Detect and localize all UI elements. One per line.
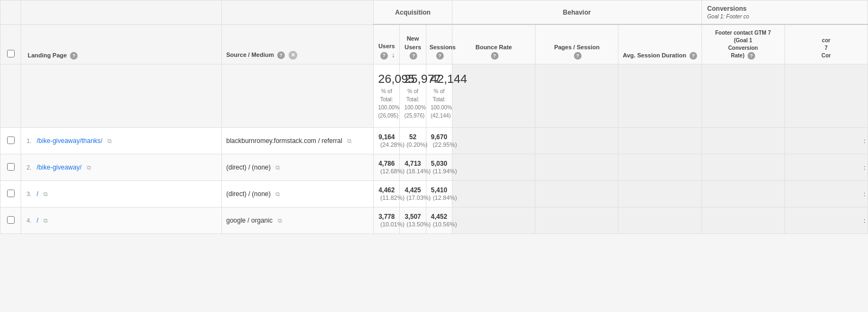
users-cell: 4,786 (12.68%) [374, 154, 400, 181]
users-cell: 9,164 (24.28%) [374, 128, 400, 154]
row-checkbox[interactable] [7, 163, 15, 171]
totals-users-pct: % of Total: 100.00% (26,095) [378, 87, 395, 120]
totals-landing-cell [21, 64, 222, 128]
footer-contact-cell [701, 154, 784, 181]
footer-contact-help-icon[interactable]: ? [748, 52, 755, 60]
copy-source-icon[interactable]: ⧉ [276, 191, 280, 198]
table-row: 2. /bike-giveaway/ ⧉ (direct) / (none) ⧉… [1, 154, 868, 181]
new-users-pct: (18.14%) [406, 168, 431, 174]
pages-session-cell [535, 181, 618, 207]
row-checkbox[interactable] [7, 216, 15, 224]
row-checkbox-cell[interactable] [1, 181, 21, 207]
column-headers: Landing Page ? Source / Medium ? ✕ Users… [1, 24, 868, 64]
source-medium-help-icon[interactable]: ? [277, 51, 285, 59]
landing-page-header-label: Landing Page [28, 52, 67, 58]
users-header[interactable]: Users ? ↓ [374, 24, 400, 64]
totals-users-cell: 26,095 % of Total: 100.00% (26,095) [374, 64, 400, 128]
users-help-icon[interactable]: ? [380, 52, 388, 60]
source-medium-header: Source / Medium ? ✕ [222, 24, 374, 64]
sessions-header[interactable]: Sessions ? [426, 24, 452, 64]
landing-page-cell: 1. /bike-giveaway/thanks/ ⧉ [21, 128, 222, 154]
behavior-header: Behavior [452, 1, 702, 25]
landing-col-group [21, 1, 222, 25]
totals-new-users-value: 25,977 [404, 72, 421, 86]
sessions-value: 5,030 [431, 160, 447, 167]
footer-contact-cell [701, 128, 784, 154]
bounce-rate-cell [452, 207, 535, 234]
pages-session-cell [535, 207, 618, 234]
users-pct: (11.82%) [380, 194, 405, 201]
new-users-pct: (13.50%) [406, 221, 431, 227]
bounce-rate-help-icon[interactable]: ? [491, 52, 499, 60]
pages-session-header-label: Pages / Session [554, 44, 599, 50]
copy-source-icon[interactable]: ⧉ [347, 138, 352, 145]
cor-cell: : [784, 207, 867, 234]
landing-page-link[interactable]: / [37, 190, 39, 198]
pages-session-header[interactable]: Pages / Session ? [535, 24, 618, 64]
cor-header[interactable]: cor7Cor [784, 24, 867, 64]
row-checkbox-cell[interactable] [1, 154, 21, 181]
avg-session-header[interactable]: Avg. Session Duration ? [618, 24, 701, 64]
users-cell: 3,778 (10.01%) [374, 207, 400, 234]
select-all-header[interactable] [1, 24, 21, 64]
totals-avg-cell [618, 64, 701, 128]
avg-session-help-icon[interactable]: ? [690, 52, 697, 60]
new-users-value: 52 [409, 133, 416, 141]
users-cell: 4,462 (11.82%) [374, 181, 400, 207]
cor-cell: : [784, 154, 867, 181]
landing-page-help-icon[interactable]: ? [70, 52, 78, 60]
totals-sessions-value: 42,144 [431, 72, 448, 86]
conversions-label: Conversions [707, 5, 862, 12]
row-checkbox[interactable] [7, 190, 15, 197]
row-checkbox-cell[interactable] [1, 128, 21, 154]
landing-page-link[interactable]: /bike-giveaway/ [37, 164, 82, 171]
acquisition-header: Acquisition [374, 1, 452, 25]
footer-contact-header[interactable]: Footer contact GTM 7(Goal 1ConversionRat… [701, 24, 784, 64]
users-header-label: Users [378, 43, 395, 49]
new-users-value: 4,425 [405, 186, 421, 194]
landing-page-cell: 2. /bike-giveaway/ ⧉ [21, 154, 222, 181]
copy-source-icon[interactable]: ⧉ [278, 217, 282, 224]
source-medium-cell: google / organic ⧉ [222, 207, 374, 234]
pages-session-help-icon[interactable]: ? [574, 52, 582, 60]
new-users-pct: (17.03%) [406, 194, 431, 201]
sessions-pct: (22.95%) [433, 141, 457, 148]
row-checkbox[interactable] [7, 136, 15, 144]
sessions-pct: (10.56%) [433, 221, 457, 227]
source-medium-header-label: Source / Medium [226, 51, 274, 58]
check-col-header [1, 1, 21, 25]
copy-icon[interactable]: ⧉ [43, 191, 48, 198]
landing-page-header: Landing Page ? [21, 24, 222, 64]
source-medium-close-icon[interactable]: ✕ [289, 51, 297, 60]
new-users-value: 4,713 [405, 160, 421, 167]
table-row: 3. / ⧉ (direct) / (none) ⧉ 4,462 (11.82%… [1, 181, 868, 207]
landing-page-cell: 3. / ⧉ [21, 181, 222, 207]
row-number: 4. [27, 217, 31, 224]
new-users-pct: (0.20%) [406, 141, 427, 148]
copy-source-icon[interactable]: ⧉ [276, 164, 280, 171]
landing-page-link[interactable]: /bike-giveaway/thanks/ [37, 137, 103, 145]
landing-page-link[interactable]: / [37, 217, 39, 224]
new-users-header[interactable]: New Users ? [400, 24, 426, 64]
totals-source-cell [222, 64, 374, 128]
section-headers: Acquisition Behavior Conversions Goal 1:… [1, 1, 868, 25]
copy-icon[interactable]: ⧉ [107, 138, 112, 145]
totals-row: 26,095 % of Total: 100.00% (26,095) 25,9… [1, 64, 868, 128]
footer-contact-cell [701, 207, 784, 234]
users-pct: (12.68%) [380, 168, 405, 174]
select-all-checkbox[interactable] [7, 50, 15, 57]
totals-cor-cell [784, 64, 867, 128]
sessions-pct: (12.84%) [433, 194, 457, 201]
row-checkbox-cell[interactable] [1, 207, 21, 234]
data-rows-body: 1. /bike-giveaway/thanks/ ⧉ blackburnrom… [1, 128, 868, 234]
conversions-header: Conversions Goal 1: Footer co [701, 1, 867, 25]
users-value: 4,462 [379, 186, 395, 194]
sessions-value: 4,452 [431, 213, 447, 220]
sessions-help-icon[interactable]: ? [436, 52, 444, 60]
copy-icon[interactable]: ⧉ [43, 217, 48, 224]
sessions-cell: 9,670 (22.95%) [426, 128, 452, 154]
row-number: 1. [27, 138, 31, 144]
bounce-rate-header[interactable]: Bounce Rate ? [452, 24, 535, 64]
new-users-help-icon[interactable]: ? [410, 52, 417, 60]
copy-icon[interactable]: ⧉ [87, 164, 91, 171]
